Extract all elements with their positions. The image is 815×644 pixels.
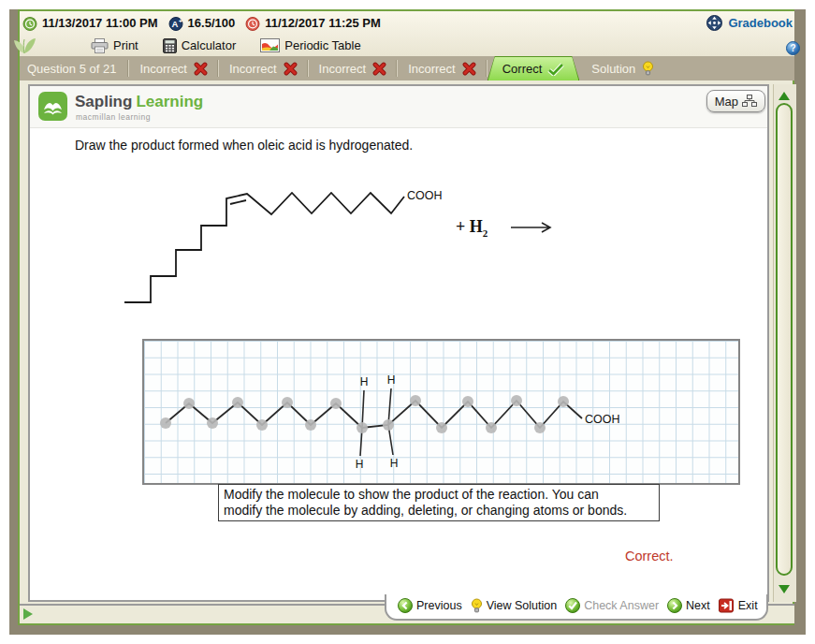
sitemap-icon <box>742 95 757 108</box>
h-atom-label: H <box>356 458 364 471</box>
brand-name-1: Sapling <box>75 93 132 110</box>
separator <box>487 60 488 77</box>
instruction-line-2: modify the molecule by adding, deleting,… <box>224 503 654 519</box>
map-button-label: Map <box>715 95 738 109</box>
incorrect-icon <box>372 62 386 76</box>
grade-text: 16.5/100 <box>188 16 236 30</box>
attempt-label: Incorrect <box>319 62 367 76</box>
instruction-box: Modify the molecule to show the product … <box>218 484 660 521</box>
question-counter: Question 5 of 21 <box>20 62 128 76</box>
gradebook-icon <box>706 15 722 31</box>
calculator-label: Calculator <box>182 38 237 52</box>
answer-molecule: H H H H COOH <box>144 341 738 483</box>
atom-dots <box>160 395 569 433</box>
h-atom-label: H <box>390 457 399 470</box>
logo-bar: SaplingLearning macmillan learning Map <box>30 86 767 128</box>
attempt-2-incorrect[interactable]: Incorrect <box>219 56 308 80</box>
question-nav-bar: Question 5 of 21 Incorrect Incorrect Inc… <box>20 56 794 80</box>
svg-text:+: + <box>179 17 182 23</box>
next-button[interactable]: Next <box>667 598 710 613</box>
reagent-text: + H2 <box>456 217 488 239</box>
last-submission-text: 11/12/2017 11:25 PM <box>265 16 381 30</box>
brand-tagline: macmillan learning <box>76 112 151 122</box>
scrollbar-thumb[interactable] <box>776 103 793 576</box>
solution-label: Solution <box>591 62 635 76</box>
svg-text:?: ? <box>790 43 795 53</box>
grade: A + 16.5/100 <box>168 16 236 31</box>
footer-nav-bar: Previous View Solution Check Answer Next <box>385 594 768 621</box>
attempt-label: Incorrect <box>229 62 277 76</box>
header-status-row: 11/13/2017 11:00 PM A + 16.5/100 11/12/2… <box>20 11 794 35</box>
map-button[interactable]: Map <box>706 90 765 112</box>
attempt-label: Incorrect <box>139 62 187 76</box>
oleic-acid-structure: COOH <box>117 172 446 313</box>
calculator-button[interactable]: Calculator <box>163 38 237 53</box>
header-bar: 11/13/2017 11:00 PM A + 16.5/100 11/12/2… <box>20 11 794 57</box>
submission-icon <box>245 16 260 31</box>
attempt-1-incorrect[interactable]: Incorrect <box>129 56 218 80</box>
due-date-icon <box>22 16 37 31</box>
print-label: Print <box>113 38 138 52</box>
next-label: Next <box>686 599 710 612</box>
sapling-logo-icon <box>38 92 67 121</box>
print-icon <box>91 38 109 53</box>
attempt-4-incorrect[interactable]: Incorrect <box>398 56 487 80</box>
view-solution-label: View Solution <box>487 599 558 612</box>
periodic-table-button[interactable]: Periodic Table <box>260 38 360 52</box>
due-date: 11/13/2017 11:00 PM <box>22 16 158 31</box>
exit-icon <box>719 598 735 613</box>
due-date-text: 11/13/2017 11:00 PM <box>42 16 158 30</box>
help-icon[interactable]: ? <box>786 41 800 55</box>
periodic-table-label: Periodic Table <box>284 38 360 52</box>
solution-tab[interactable]: Solution <box>579 56 666 80</box>
attempt-5-correct-tab[interactable]: Correct <box>488 56 580 80</box>
gradebook-link[interactable]: Gradebook <box>706 15 793 31</box>
reagent-subscript: 2 <box>483 227 488 239</box>
incorrect-icon <box>284 62 298 76</box>
attempt-label: Incorrect <box>408 62 456 76</box>
next-icon <box>667 598 682 613</box>
check-answer-button[interactable]: Check Answer <box>565 598 659 613</box>
calculator-icon <box>163 38 177 53</box>
instruction-line-1: Modify the molecule to show the product … <box>224 487 654 503</box>
header-toolbar-row: Print Calculator <box>20 35 794 56</box>
check-answer-label: Check Answer <box>584 599 659 612</box>
h-atom-label: H <box>387 373 396 387</box>
molecule-drawing-canvas[interactable]: H H H H COOH <box>142 339 740 485</box>
grade-icon: A + <box>168 16 183 31</box>
feedback-text: Correct. <box>625 549 674 564</box>
previous-icon <box>398 598 413 613</box>
last-submission: 11/12/2017 11:25 PM <box>245 16 381 31</box>
exit-label: Exit <box>738 599 758 612</box>
exit-button[interactable]: Exit <box>719 598 758 613</box>
play-triangle-icon <box>23 608 33 620</box>
periodic-table-icon <box>260 38 280 52</box>
reagent-expression: + H2 <box>456 217 555 239</box>
sapling-icon <box>11 32 37 54</box>
brand-name-2: Learning <box>136 93 203 110</box>
correct-icon <box>547 63 564 76</box>
attempt-3-incorrect[interactable]: Incorrect <box>309 56 398 80</box>
previous-label: Previous <box>416 599 462 612</box>
view-solution-button[interactable]: View Solution <box>471 598 558 614</box>
cooh-label: COOH <box>585 413 620 426</box>
svg-text:A: A <box>171 19 178 29</box>
gradebook-label: Gradebook <box>728 16 793 30</box>
lightbulb-icon <box>642 61 654 77</box>
screen: 11/13/2017 11:00 PM A + 16.5/100 11/12/2… <box>0 0 815 644</box>
check-answer-icon <box>565 598 580 613</box>
print-button[interactable]: Print <box>91 38 138 53</box>
h-atom-label: H <box>360 375 369 388</box>
lightbulb-icon <box>471 598 483 614</box>
incorrect-icon <box>194 62 208 76</box>
previous-button[interactable]: Previous <box>398 598 462 613</box>
incorrect-icon <box>462 62 476 76</box>
content-panel: SaplingLearning macmillan learning Map D… <box>28 84 769 602</box>
question-text: Draw the product formed when oleic acid … <box>75 138 413 153</box>
attempt-label: Correct <box>502 62 543 76</box>
brand-wordmark: SaplingLearning <box>75 93 203 111</box>
reaction-arrow-icon <box>510 221 555 234</box>
scroll-down-arrow-icon[interactable] <box>779 585 790 593</box>
cooh-label: COOH <box>407 189 443 202</box>
scroll-up-arrow-icon[interactable] <box>779 92 790 100</box>
